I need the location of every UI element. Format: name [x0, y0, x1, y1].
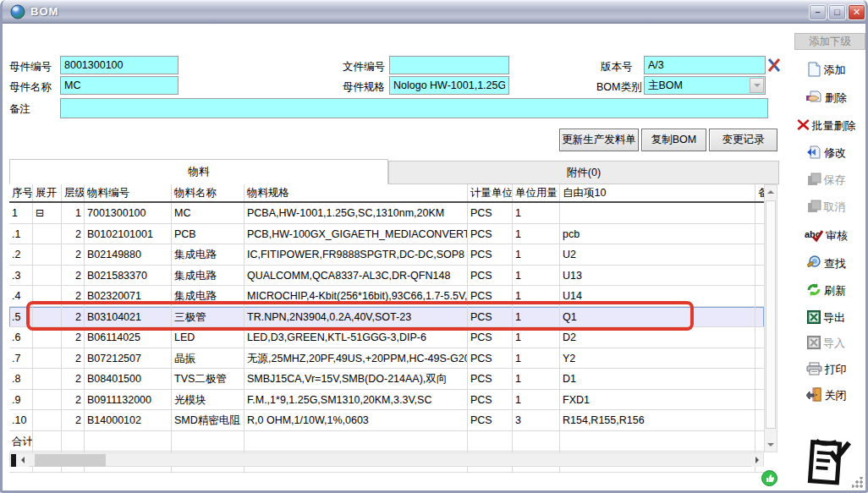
table-row[interactable]: .62B06114025LEDLED,D3,GREEN,KTL-51GGG-3,… — [9, 327, 764, 348]
chevron-down-icon[interactable] — [750, 78, 764, 93]
table-cell-level: 2 — [62, 390, 85, 411]
version-field[interactable] — [644, 56, 766, 74]
parent-code-field[interactable] — [60, 56, 179, 74]
sidebar-item-label: 导入 — [823, 336, 845, 351]
horizontal-scroll-thumb[interactable] — [35, 454, 106, 467]
table-cell-free: D1 — [560, 369, 755, 390]
version-edit-x-icon[interactable] — [766, 56, 782, 74]
sidebar-item-4[interactable]: 批量删除 — [784, 116, 868, 136]
table-row[interactable]: .82B08401500TVS二极管SMBJ15CA,Vr=15V,SMB(DO… — [9, 369, 764, 390]
tab-attachments[interactable]: 附件(0) — [388, 161, 779, 184]
table-cell-seq: .1 — [9, 224, 33, 245]
tab-materials[interactable]: 物料 — [9, 159, 388, 184]
table-cell-level: 2 — [62, 369, 85, 390]
table-cell-unit: PCS — [468, 307, 513, 328]
sidebar-item-14[interactable]: 关闭 — [784, 386, 868, 406]
parent-spec-field[interactable] — [389, 76, 509, 95]
table-cell-level: 2 — [62, 327, 85, 348]
vertical-scroll-thumb[interactable] — [766, 200, 776, 429]
parent-spec-label: 母件规格 — [343, 80, 385, 95]
sidebar-item-9[interactable]: 查找 — [784, 254, 868, 274]
table-cell-note — [755, 390, 764, 411]
table-cell-level: 1 — [62, 203, 85, 224]
column-header-unit[interactable]: 计量单位 — [468, 184, 513, 201]
table-row[interactable]: .92B0911132000光模块F.M.,1*9,1.25G,SM1310,2… — [9, 390, 764, 411]
resize-grip[interactable] — [852, 477, 863, 488]
table-cell-note — [755, 431, 764, 452]
table-cell-unit: PCS — [468, 244, 513, 266]
table-row[interactable]: .72B07212507晶振无源,25MHZ,20PF,49US,+20PPM,… — [9, 348, 764, 370]
scroll-up-icon[interactable] — [765, 185, 777, 199]
column-header-free[interactable]: 自由项10 — [560, 184, 755, 201]
table-row[interactable]: .102B14000102SMD精密电阻R,0 OHM,1/10W,1%,060… — [9, 410, 764, 431]
close-button[interactable]: ✕ — [848, 4, 865, 20]
titlebar[interactable]: BOM – □ ✕ — [3, 0, 868, 24]
table-row[interactable]: .32B021583370集成电路QUALCOMM,QCA8337-AL3C,D… — [9, 266, 764, 287]
column-header-name[interactable]: 物料名称 — [172, 184, 244, 201]
table-cell-spec: QUALCOMM,QCA8337-AL3C,DR-QFN148 — [244, 266, 468, 287]
sidebar-item-5[interactable]: 修改 — [784, 143, 868, 163]
sidebar-item-label: 审核 — [826, 228, 848, 244]
table-cell-level: 2 — [62, 348, 85, 370]
table-cell-name: 光模块 — [172, 390, 244, 411]
minimize-button[interactable]: – — [809, 4, 827, 20]
table-row[interactable]: .42B02320071集成电路MICROCHIP,4-Kbit(256*16b… — [9, 286, 764, 307]
table-cell-unit: PCS — [468, 224, 513, 245]
refresh-icon — [806, 282, 821, 299]
copy-bom-button[interactable]: 复制BOM — [641, 129, 706, 151]
sidebar-item-13[interactable]: 打印 — [784, 359, 868, 380]
column-header-qty[interactable]: 单位用量 — [513, 184, 560, 201]
scroll-down-icon[interactable] — [765, 438, 777, 452]
parent-name-field[interactable] — [60, 76, 179, 95]
table-cell-name: MC — [172, 203, 244, 224]
sidebar-item-1: 添加下级 — [794, 33, 865, 50]
update-production-issue-button[interactable]: 更新生产发料单 — [559, 129, 639, 151]
table-row[interactable]: .12B0102101001PCBPCB,HW-100GX_GIGAETH_ME… — [9, 224, 764, 245]
scroll-left-icon[interactable] — [17, 453, 29, 467]
doc-code-field[interactable] — [389, 56, 509, 74]
table-row[interactable]: .52B03104021三极管TR.NPN,2N3904,0.2A,40V,SO… — [9, 307, 764, 328]
column-header-code[interactable]: 物料编号 — [85, 184, 172, 201]
table-cell-unit: PCS — [468, 327, 513, 348]
table-cell-spec: IC,FITIPOWER,FR9888SPGTR,DC-DC,SOP8 — [244, 244, 468, 266]
vertical-scrollbar[interactable] — [764, 184, 777, 452]
table-cell-note — [755, 307, 764, 328]
table-cell-free: Q1 — [560, 307, 755, 328]
sidebar-item-3[interactable]: 删除 — [784, 88, 868, 108]
column-header-level[interactable]: 层级 — [62, 184, 85, 201]
version-label: 版本号 — [601, 60, 633, 74]
horizontal-scrollbar[interactable] — [9, 452, 764, 467]
column-header-spec[interactable]: 物料规格 — [244, 184, 468, 201]
remark-field[interactable] — [60, 98, 768, 118]
table-cell-spec: 无源,25MHZ,20PF,49US,+20PPM,HC-49S-G200 — [244, 348, 468, 370]
table-header: 序号展开层级物料编号物料名称物料规格计量单位单位用量自由项10备 — [9, 184, 764, 203]
table-cell-free: pcb — [560, 224, 755, 245]
sidebar-item-10[interactable]: 刷新 — [784, 281, 868, 301]
table-cell-note — [755, 327, 764, 348]
table-cell-note — [755, 410, 764, 431]
table-cell-level: 2 — [62, 224, 85, 245]
table-cell-note — [755, 348, 764, 370]
scroll-right-icon[interactable] — [751, 453, 763, 467]
sidebar-item-2[interactable]: 添加 — [784, 60, 868, 80]
sidebar-item-11[interactable]: 导出 — [784, 308, 868, 328]
maximize-button[interactable]: □ — [828, 4, 846, 20]
sidebar-item-label: 删除 — [825, 90, 847, 106]
column-header-note[interactable]: 备 — [755, 184, 764, 201]
splitter-handle[interactable] — [11, 454, 16, 467]
table-cell-unit: PCS — [468, 348, 513, 370]
table-row[interactable]: .22B02149880集成电路IC,FITIPOWER,FR9888SPGTR… — [9, 244, 764, 266]
column-header-seq[interactable]: 序号 — [9, 184, 33, 201]
change-log-button[interactable]: 变更记录 — [709, 129, 777, 151]
table-cell-code: B08401500 — [85, 369, 172, 390]
column-header-expand[interactable]: 展开 — [33, 184, 62, 201]
table-cell-code: B06114025 — [85, 327, 172, 348]
bom-type-dropdown[interactable]: 主BOM — [644, 76, 766, 95]
table-cell-spec: PCB,HW-100GX_GIGAETH_MEDIACONVERT_V — [244, 224, 468, 245]
sidebar-item-8[interactable]: abc审核 — [784, 226, 868, 246]
table-row[interactable]: 1⊟17001300100MCPCBA,HW-1001,1.25G,SC,131… — [9, 203, 764, 224]
table-row[interactable]: 合计 — [9, 431, 764, 452]
table-cell-expand — [33, 327, 62, 348]
sidebar-item-label: 添加下级 — [809, 36, 851, 47]
sidebar-item-label: 关闭 — [825, 388, 847, 403]
